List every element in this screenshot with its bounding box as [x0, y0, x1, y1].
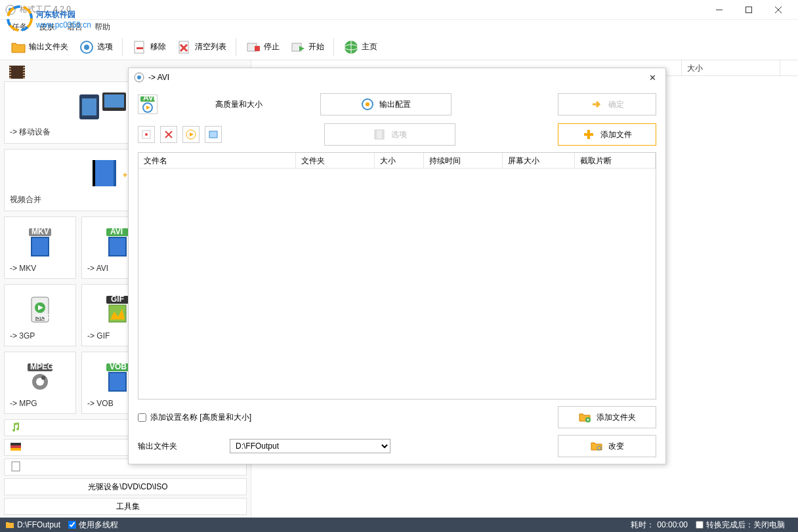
col-duration[interactable]: 持续时间 [424, 153, 503, 168]
content-header-size: 大小 [682, 60, 780, 75]
dialog-title: -> AVI [148, 73, 169, 82]
homepage-button[interactable]: 主页 [339, 37, 381, 58]
delete-button[interactable] [160, 126, 177, 143]
svg-text:AVI: AVI [110, 227, 123, 236]
file-table[interactable]: 文件名 文件夹 大小 持续时间 屏幕大小 截取片断 [138, 152, 656, 399]
titlebar: 格式工厂 4.2.0 [0, 0, 798, 20]
stop-icon [245, 39, 261, 55]
clip-button[interactable] [138, 126, 155, 143]
mpg-icon: MPEG [10, 358, 70, 396]
add-file-button[interactable]: 添加文件 [558, 123, 656, 146]
menu-language[interactable]: 语言 [62, 20, 88, 34]
svg-rect-50 [109, 305, 126, 322]
card-3gp[interactable]: 3GP -> 3GP [4, 284, 76, 346]
picture-icon [10, 441, 23, 454]
card-mpg[interactable]: MPEG -> MPG [4, 352, 76, 414]
arrow-right-icon [590, 98, 603, 111]
options-button[interactable]: 选项 [75, 37, 117, 58]
accordion-tools[interactable]: 工具集 [4, 498, 247, 515]
output-folder-button[interactable]: 输出文件夹 [7, 37, 72, 58]
svg-rect-43 [109, 237, 126, 256]
output-path-select[interactable]: D:\FFOutput [230, 439, 390, 453]
gp3-icon: 3GP [10, 290, 70, 329]
stop-button[interactable]: 停止 [242, 37, 284, 58]
window-controls [704, 1, 793, 19]
close-button[interactable] [763, 1, 793, 19]
svg-rect-26 [104, 94, 124, 108]
remove-button[interactable]: 移除 [128, 37, 170, 58]
start-icon [290, 39, 306, 55]
add-folder-button[interactable]: 添加文件夹 [558, 406, 656, 428]
multithread-checkbox[interactable] [68, 521, 76, 529]
status-elapsed: 耗时： 00:00:00 [631, 520, 688, 531]
svg-rect-77 [375, 130, 377, 139]
app-icon [5, 5, 16, 15]
clear-icon [177, 39, 192, 55]
svg-rect-78 [382, 130, 384, 139]
menu-task[interactable]: 任务 [7, 20, 33, 34]
add-setting-name-row[interactable]: 添加设置名称 [高质量和大小] [138, 412, 251, 423]
remove-icon [132, 39, 148, 55]
svg-text:MPEG: MPEG [30, 362, 53, 371]
output-config-button[interactable]: 输出配置 [320, 93, 452, 115]
dialog-icon [134, 72, 144, 83]
separator [122, 38, 123, 56]
menu-skin[interactable]: 皮肤 [34, 20, 60, 34]
gear-icon [79, 39, 94, 55]
status-multithread[interactable]: 使用多线程 [68, 520, 118, 531]
status-output-path[interactable]: D:\FFOutput [5, 520, 60, 529]
start-button[interactable]: 开始 [286, 37, 328, 58]
menubar: 任务 皮肤 语言 帮助 [0, 20, 798, 34]
clear-list-button[interactable]: 清空列表 [173, 37, 230, 58]
svg-rect-62 [12, 462, 20, 471]
col-folder[interactable]: 文件夹 [296, 153, 375, 168]
dialog-options-button[interactable]: 选项 [324, 123, 455, 146]
folder-icon [10, 39, 26, 55]
menu-help[interactable]: 帮助 [89, 20, 116, 34]
svg-point-69 [366, 102, 369, 106]
dialog-close-button[interactable]: ✕ [645, 72, 660, 84]
folder-search-icon [590, 440, 603, 453]
add-setting-name-checkbox[interactable] [138, 413, 146, 422]
status-after-convert[interactable]: 转换完成后：关闭电脑 [696, 520, 785, 531]
info-button[interactable] [205, 126, 222, 143]
plus-icon [582, 128, 595, 141]
card-mkv[interactable]: MKV -> MKV [4, 216, 76, 279]
col-screen-size[interactable]: 屏幕大小 [503, 153, 575, 168]
music-icon [10, 421, 23, 434]
col-filename[interactable]: 文件名 [138, 153, 296, 168]
accordion-optical[interactable]: 光驱设备\DVD\CD\ISO [4, 478, 247, 495]
play-button[interactable] [182, 126, 200, 143]
ok-button[interactable]: 确定 [558, 93, 656, 115]
col-clip[interactable]: 截取片断 [575, 153, 656, 168]
svg-rect-33 [93, 160, 95, 186]
separator [236, 38, 236, 56]
change-button[interactable]: 改变 [558, 435, 656, 457]
svg-text:VOB: VOB [110, 362, 127, 371]
video-category-icon[interactable] [9, 66, 25, 79]
mkv-icon: MKV [10, 222, 70, 261]
minimize-button[interactable] [704, 1, 734, 19]
svg-rect-75 [209, 131, 217, 138]
svg-rect-58 [109, 373, 126, 391]
folder-icon [5, 520, 14, 529]
maximize-button[interactable] [734, 1, 763, 19]
svg-point-55 [41, 376, 45, 380]
output-folder-label: 输出文件夹 [138, 441, 223, 452]
file-table-header: 文件名 文件夹 大小 持续时间 屏幕大小 截取片断 [138, 153, 656, 169]
col-size[interactable]: 大小 [375, 153, 424, 168]
svg-rect-24 [82, 98, 96, 115]
svg-rect-18 [255, 46, 260, 51]
play-icon [186, 129, 196, 140]
svg-rect-60 [10, 443, 21, 445]
separator [333, 38, 334, 56]
toolbar: 输出文件夹 选项 移除 清空列表 停止 开始 主页 [0, 34, 798, 60]
shutdown-checkbox[interactable] [696, 521, 704, 529]
globe-icon [343, 39, 359, 55]
clip-icon [141, 129, 152, 140]
svg-point-11 [84, 45, 89, 50]
info-icon [208, 129, 219, 140]
svg-text:AVI: AVI [143, 96, 156, 102]
svg-point-64 [137, 75, 141, 79]
svg-text:GIF: GIF [111, 295, 124, 304]
